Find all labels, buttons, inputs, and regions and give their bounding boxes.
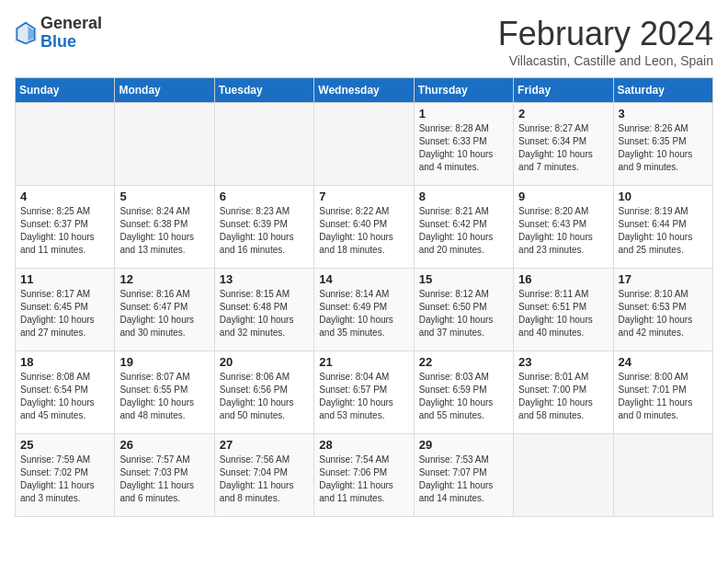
day-number: 17 (619, 272, 708, 286)
day-number: 29 (419, 438, 508, 452)
calendar-day: 22Sunrise: 8:03 AMSunset: 6:59 PMDayligh… (414, 351, 513, 434)
day-number: 3 (619, 107, 708, 121)
calendar-day: 15Sunrise: 8:12 AMSunset: 6:50 PMDayligh… (414, 269, 513, 351)
calendar-day: 10Sunrise: 8:19 AMSunset: 6:44 PMDayligh… (613, 186, 712, 269)
day-info: Sunrise: 8:16 AMSunset: 6:47 PMDaylight:… (119, 288, 209, 339)
day-info: Sunrise: 8:14 AMSunset: 6:49 PMDaylight:… (319, 288, 408, 339)
day-info: Sunrise: 8:27 AMSunset: 6:34 PMDaylight:… (518, 122, 608, 174)
day-number: 5 (119, 190, 209, 203)
month-title: February 2024 (498, 15, 713, 53)
day-info: Sunrise: 8:01 AMSunset: 7:00 PMDaylight:… (518, 371, 608, 422)
day-number: 10 (619, 190, 708, 203)
location-subtitle: Villacastin, Castille and Leon, Spain (498, 53, 713, 68)
logo: General Blue (15, 15, 102, 52)
calendar-day: 4Sunrise: 8:25 AMSunset: 6:37 PMDaylight… (16, 186, 115, 269)
calendar-day: 1Sunrise: 8:28 AMSunset: 6:33 PMDaylight… (414, 103, 513, 186)
calendar-day: 21Sunrise: 8:04 AMSunset: 6:57 PMDayligh… (314, 351, 414, 434)
calendar-day: 12Sunrise: 8:16 AMSunset: 6:47 PMDayligh… (115, 269, 214, 351)
day-number: 13 (220, 272, 309, 286)
title-block: February 2024 Villacastin, Castille and … (498, 15, 713, 68)
calendar-day: 24Sunrise: 8:00 AMSunset: 7:01 PMDayligh… (613, 351, 712, 434)
day-info: Sunrise: 8:10 AMSunset: 6:53 PMDaylight:… (619, 288, 708, 339)
day-info: Sunrise: 8:26 AMSunset: 6:35 PMDaylight:… (619, 122, 708, 174)
calendar-day: 14Sunrise: 8:14 AMSunset: 6:49 PMDayligh… (314, 269, 414, 351)
day-header-monday: Monday (115, 78, 214, 103)
calendar-day: 23Sunrise: 8:01 AMSunset: 7:00 PMDayligh… (514, 351, 613, 434)
day-info: Sunrise: 8:08 AMSunset: 6:54 PMDaylight:… (20, 371, 109, 422)
calendar-day: 18Sunrise: 8:08 AMSunset: 6:54 PMDayligh… (16, 351, 115, 434)
calendar-day: 11Sunrise: 8:17 AMSunset: 6:45 PMDayligh… (16, 269, 115, 351)
calendar-week-3: 18Sunrise: 8:08 AMSunset: 6:54 PMDayligh… (16, 351, 713, 434)
day-info: Sunrise: 8:22 AMSunset: 6:40 PMDaylight:… (319, 205, 408, 257)
calendar-day: 13Sunrise: 8:15 AMSunset: 6:48 PMDayligh… (214, 269, 313, 351)
calendar-day (214, 103, 313, 186)
page-header: General Blue February 2024 Villacastin, … (15, 15, 713, 68)
calendar-week-0: 1Sunrise: 8:28 AMSunset: 6:33 PMDaylight… (16, 103, 713, 186)
day-info: Sunrise: 8:07 AMSunset: 6:55 PMDaylight:… (119, 371, 209, 422)
day-number: 23 (518, 355, 608, 369)
day-info: Sunrise: 8:06 AMSunset: 6:56 PMDaylight:… (220, 371, 309, 422)
calendar-week-2: 11Sunrise: 8:17 AMSunset: 6:45 PMDayligh… (16, 269, 713, 351)
day-number: 22 (419, 355, 508, 369)
calendar-day: 2Sunrise: 8:27 AMSunset: 6:34 PMDaylight… (514, 103, 613, 186)
day-header-tuesday: Tuesday (214, 78, 313, 103)
day-info: Sunrise: 8:11 AMSunset: 6:51 PMDaylight:… (518, 288, 608, 339)
calendar-day: 26Sunrise: 7:57 AMSunset: 7:03 PMDayligh… (115, 434, 214, 517)
calendar-day: 8Sunrise: 8:21 AMSunset: 6:42 PMDaylight… (414, 186, 513, 269)
calendar-day: 9Sunrise: 8:20 AMSunset: 6:43 PMDaylight… (514, 186, 613, 269)
calendar-day: 6Sunrise: 8:23 AMSunset: 6:39 PMDaylight… (214, 186, 313, 269)
day-info: Sunrise: 8:21 AMSunset: 6:42 PMDaylight:… (419, 205, 508, 257)
day-number: 27 (220, 438, 309, 452)
logo-icon (15, 20, 37, 46)
calendar-day: 3Sunrise: 8:26 AMSunset: 6:35 PMDaylight… (613, 103, 712, 186)
day-number: 4 (20, 190, 109, 203)
day-info: Sunrise: 8:24 AMSunset: 6:38 PMDaylight:… (119, 205, 209, 257)
calendar-day: 7Sunrise: 8:22 AMSunset: 6:40 PMDaylight… (314, 186, 414, 269)
day-number: 8 (419, 190, 508, 203)
calendar-day: 29Sunrise: 7:53 AMSunset: 7:07 PMDayligh… (414, 434, 513, 517)
day-info: Sunrise: 8:19 AMSunset: 6:44 PMDaylight:… (619, 205, 708, 257)
calendar-header-row: SundayMondayTuesdayWednesdayThursdayFrid… (16, 78, 713, 103)
calendar-day (314, 103, 414, 186)
calendar-day (16, 103, 115, 186)
day-info: Sunrise: 7:54 AMSunset: 7:06 PMDaylight:… (319, 454, 408, 505)
day-info: Sunrise: 7:53 AMSunset: 7:07 PMDaylight:… (419, 454, 508, 505)
calendar-day (514, 434, 613, 517)
day-info: Sunrise: 8:17 AMSunset: 6:45 PMDaylight:… (20, 288, 109, 339)
day-info: Sunrise: 7:59 AMSunset: 7:02 PMDaylight:… (20, 454, 109, 505)
day-info: Sunrise: 7:56 AMSunset: 7:04 PMDaylight:… (220, 454, 309, 505)
day-header-sunday: Sunday (16, 78, 115, 103)
calendar-table: SundayMondayTuesdayWednesdayThursdayFrid… (15, 77, 713, 517)
day-number: 12 (119, 272, 209, 286)
calendar-day (613, 434, 712, 517)
day-number: 6 (220, 190, 309, 203)
day-header-wednesday: Wednesday (314, 78, 414, 103)
day-header-saturday: Saturday (613, 78, 712, 103)
day-info: Sunrise: 8:15 AMSunset: 6:48 PMDaylight:… (220, 288, 309, 339)
day-info: Sunrise: 7:57 AMSunset: 7:03 PMDaylight:… (119, 454, 209, 505)
day-number: 9 (518, 190, 608, 203)
day-number: 28 (319, 438, 408, 452)
day-info: Sunrise: 8:25 AMSunset: 6:37 PMDaylight:… (20, 205, 109, 257)
day-info: Sunrise: 8:03 AMSunset: 6:59 PMDaylight:… (419, 371, 508, 422)
day-number: 21 (319, 355, 408, 369)
calendar-day: 19Sunrise: 8:07 AMSunset: 6:55 PMDayligh… (115, 351, 214, 434)
day-number: 11 (20, 272, 109, 286)
day-number: 16 (518, 272, 608, 286)
day-number: 18 (20, 355, 109, 369)
day-number: 20 (220, 355, 309, 369)
day-number: 26 (119, 438, 209, 452)
day-number: 14 (319, 272, 408, 286)
day-info: Sunrise: 8:04 AMSunset: 6:57 PMDaylight:… (319, 371, 408, 422)
day-number: 2 (518, 107, 608, 121)
day-number: 1 (419, 107, 508, 121)
calendar-day: 25Sunrise: 7:59 AMSunset: 7:02 PMDayligh… (16, 434, 115, 517)
logo-text: General Blue (40, 15, 102, 52)
calendar-day: 17Sunrise: 8:10 AMSunset: 6:53 PMDayligh… (613, 269, 712, 351)
calendar-week-4: 25Sunrise: 7:59 AMSunset: 7:02 PMDayligh… (16, 434, 713, 517)
day-info: Sunrise: 8:23 AMSunset: 6:39 PMDaylight:… (220, 205, 309, 257)
day-info: Sunrise: 8:12 AMSunset: 6:50 PMDaylight:… (419, 288, 508, 339)
day-number: 25 (20, 438, 109, 452)
calendar-day: 27Sunrise: 7:56 AMSunset: 7:04 PMDayligh… (214, 434, 313, 517)
calendar-day: 16Sunrise: 8:11 AMSunset: 6:51 PMDayligh… (514, 269, 613, 351)
